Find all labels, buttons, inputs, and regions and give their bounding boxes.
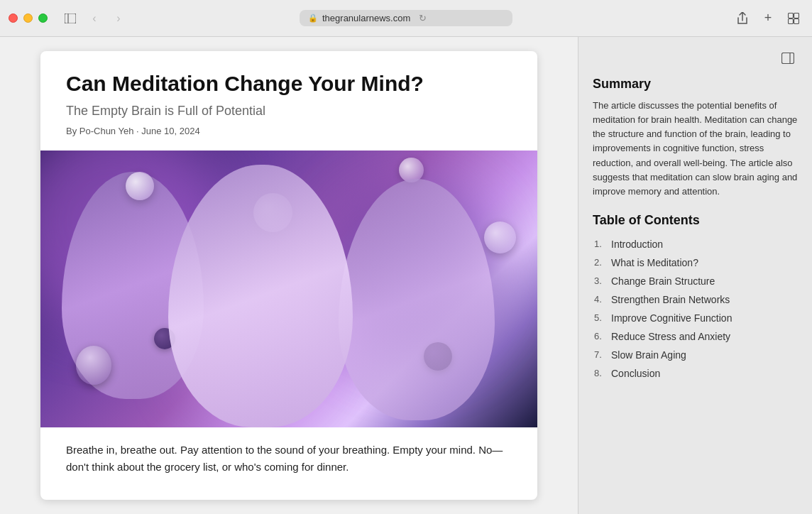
fullscreen-button[interactable] [38, 13, 48, 23]
summary-text: The article discusses the potential bene… [593, 99, 798, 199]
article-subtitle: The Empty Brain is Full of Potential [66, 104, 512, 119]
toc-item-label: Change Brain Structure [611, 275, 715, 287]
toc-item-label: What is Meditation? [611, 257, 698, 268]
toc-item-number: 7. [594, 349, 607, 360]
svg-rect-0 [65, 13, 76, 23]
toc-item-number: 1. [594, 239, 607, 249]
sidebar-toggle-button[interactable] [60, 9, 80, 28]
toc-item-label: Introduction [611, 239, 663, 250]
toc-item[interactable]: 3.Change Brain Structure [593, 272, 798, 290]
toc-item-number: 8. [594, 368, 607, 378]
svg-rect-3 [794, 13, 799, 18]
toc-item-label: Conclusion [611, 368, 660, 379]
article-header: Can Meditation Change Your Mind? The Emp… [40, 51, 537, 151]
toc-item[interactable]: 1.Introduction [593, 235, 798, 253]
new-tab-button[interactable]: + [758, 9, 778, 28]
traffic-lights [9, 13, 48, 23]
toc-section: Table of Contents 1.Introduction2.What i… [593, 213, 798, 383]
toc-item-number: 5. [594, 312, 607, 323]
back-button[interactable]: ‹ [84, 9, 104, 28]
reload-button[interactable]: ↻ [419, 13, 427, 23]
article-pane: Can Meditation Change Your Mind? The Emp… [0, 37, 578, 514]
article-byline: By Po-Chun Yeh · June 10, 2024 [66, 126, 512, 136]
address-bar[interactable]: 🔒 thegranularnews.com ↻ [300, 10, 512, 26]
toc-item-number: 3. [594, 275, 607, 286]
titlebar-right: + [733, 9, 803, 28]
toc-item-label: Strengthen Brain Networks [611, 294, 730, 305]
main-layout: Can Meditation Change Your Mind? The Emp… [0, 37, 812, 514]
summary-section: Summary The article discusses the potent… [593, 77, 798, 199]
toc-item-number: 6. [594, 331, 607, 341]
toc-item[interactable]: 7.Slow Brain Aging [593, 346, 798, 364]
svg-rect-2 [789, 13, 794, 18]
summary-title: Summary [593, 77, 798, 92]
sidebar-panel-toggle[interactable] [778, 48, 798, 68]
article-hero-image [40, 151, 537, 427]
svg-rect-4 [789, 18, 794, 23]
tabs-button[interactable] [784, 9, 803, 28]
article-body-text: Breathe in, breathe out. Pay attention t… [66, 442, 512, 476]
sidebar-header [593, 48, 798, 68]
toc-item-label: Improve Cognitive Function [611, 312, 732, 324]
toc-item-label: Slow Brain Aging [611, 349, 686, 361]
titlebar-center: 🔒 thegranularnews.com ↻ [300, 10, 512, 26]
toc-item-label: Reduce Stress and Anxiety [611, 331, 730, 342]
article-card: Can Meditation Change Your Mind? The Emp… [40, 51, 537, 500]
toc-item[interactable]: 2.What is Meditation? [593, 253, 798, 272]
toc-item[interactable]: 6.Reduce Stress and Anxiety [593, 327, 798, 346]
url-text: thegranularnews.com [322, 13, 410, 23]
toc-item-number: 4. [594, 294, 607, 305]
article-body-section: Breathe in, breathe out. Pay attention t… [40, 427, 537, 490]
share-button[interactable] [733, 9, 752, 28]
minimize-button[interactable] [23, 13, 33, 23]
toc-title: Table of Contents [593, 213, 798, 228]
svg-rect-5 [794, 18, 799, 23]
lock-icon: 🔒 [308, 13, 318, 23]
reader-sidebar: Summary The article discusses the potent… [578, 37, 812, 514]
titlebar: ‹ › 🔒 thegranularnews.com ↻ + [0, 0, 812, 37]
toc-list: 1.Introduction2.What is Meditation?3.Cha… [593, 235, 798, 383]
toc-item-number: 2. [594, 257, 607, 268]
close-button[interactable] [9, 13, 18, 23]
titlebar-left: ‹ › [9, 9, 128, 28]
forward-button[interactable]: › [109, 9, 128, 28]
article-title: Can Meditation Change Your Mind? [66, 71, 512, 97]
svg-rect-6 [782, 53, 794, 64]
toc-item[interactable]: 4.Strengthen Brain Networks [593, 290, 798, 309]
toc-item[interactable]: 5.Improve Cognitive Function [593, 309, 798, 327]
toc-item[interactable]: 8.Conclusion [593, 364, 798, 383]
